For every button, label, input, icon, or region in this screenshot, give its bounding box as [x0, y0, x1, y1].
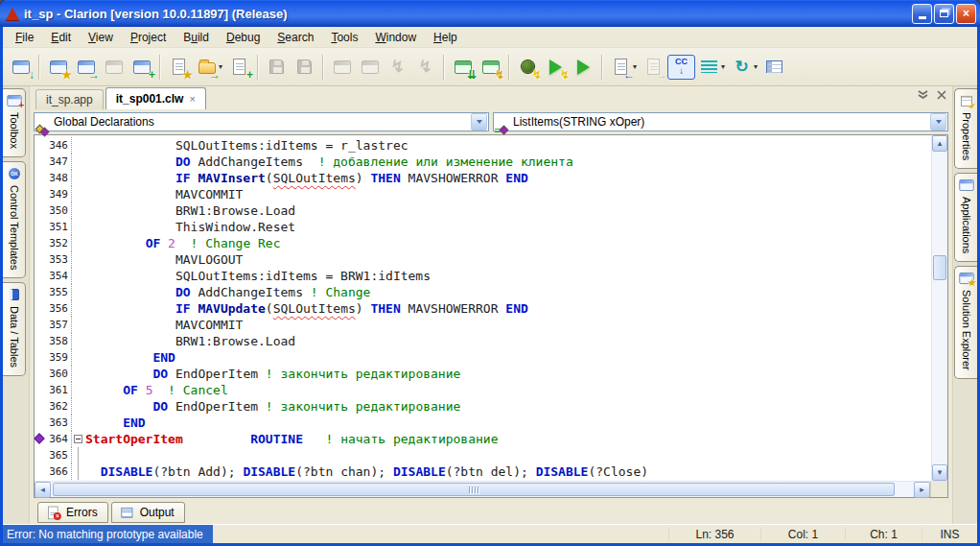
procedure-combo[interactable]: ListItems(STRING xOper) — [493, 112, 948, 131]
module-combo-dropdown-button[interactable] — [471, 113, 487, 131]
menu-file[interactable]: File — [7, 28, 42, 47]
menu-edit[interactable]: Edit — [42, 28, 80, 47]
open-application-button[interactable]: → — [72, 55, 100, 80]
editor-margin[interactable] — [35, 251, 46, 268]
fold-column[interactable] — [72, 251, 85, 268]
editor-margin[interactable] — [35, 137, 46, 154]
menu-view[interactable]: View — [80, 28, 122, 47]
sidebar-tab-toolbox[interactable]: +Toolbox — [3, 88, 26, 157]
fold-column[interactable] — [72, 366, 85, 382]
editor-margin[interactable] — [35, 235, 46, 251]
editor-margin[interactable] — [35, 300, 46, 317]
sidebar-tab-control-templates[interactable]: Control Templates — [3, 161, 26, 278]
scroll-right-button[interactable]: ▸ — [914, 482, 930, 498]
fold-column[interactable] — [72, 415, 85, 431]
tab-it_sp001-clw[interactable]: it_sp001.clw× — [105, 87, 206, 109]
fold-column[interactable] — [72, 284, 85, 300]
menu-window[interactable]: Window — [366, 28, 425, 47]
code-editor[interactable]: 346 SQLOutItems:idItems = r_lastrec347 D… — [35, 135, 947, 481]
fold-column[interactable] — [72, 382, 85, 398]
editor-margin[interactable] — [35, 415, 46, 431]
module-combo[interactable]: Global Declarations — [34, 112, 489, 131]
tab-list-chevron-icon[interactable] — [917, 90, 929, 100]
vertical-scrollbar[interactable]: ▴ ▾ — [931, 135, 947, 481]
horizontal-scrollbar[interactable]: ◂ ▸ — [35, 481, 947, 497]
editor-margin[interactable] — [35, 431, 46, 447]
editor-margin[interactable] — [35, 219, 46, 235]
fold-column[interactable] — [72, 219, 85, 235]
export-application-button[interactable]: ↓ — [7, 55, 35, 80]
fold-column[interactable] — [72, 333, 85, 349]
fold-column[interactable] — [72, 154, 85, 170]
fold-column[interactable] — [72, 202, 85, 219]
menu-tools[interactable]: Tools — [322, 28, 366, 47]
fold-column[interactable] — [72, 463, 85, 480]
fold-column[interactable] — [72, 186, 85, 202]
tab-output[interactable]: Output — [111, 502, 185, 523]
fold-column[interactable] — [72, 317, 85, 333]
scroll-left-button[interactable]: ◂ — [35, 482, 51, 498]
scroll-down-button[interactable]: ▾ — [932, 464, 947, 481]
sidebar-tab-data-tables[interactable]: Data / Tables — [3, 282, 26, 376]
minimize-button[interactable] — [912, 4, 932, 24]
dropdown-caret-icon[interactable]: ▾ — [721, 62, 725, 71]
open-file-button[interactable]: →▾ — [193, 55, 225, 80]
editor-margin[interactable] — [35, 154, 46, 170]
restore-button[interactable] — [934, 4, 954, 24]
editor-margin[interactable] — [35, 202, 46, 219]
fold-column[interactable] — [72, 170, 85, 186]
navigate-back-button[interactable]: ←▾ — [607, 55, 640, 80]
horizontal-scroll-thumb[interactable] — [53, 483, 895, 496]
generate-and-run-button[interactable]: ↯ — [477, 55, 504, 80]
menu-debug[interactable]: Debug — [218, 28, 268, 47]
sidebar-tab-properties[interactable]: Properties — [954, 88, 977, 169]
add-file-button[interactable]: + — [225, 55, 253, 80]
editor-margin[interactable] — [35, 463, 46, 480]
tab-close-icon[interactable]: × — [189, 93, 195, 105]
embed-point-marker-icon[interactable] — [35, 433, 45, 443]
generate-application-button[interactable]: ⇊ — [449, 55, 477, 80]
format-source-button[interactable]: ▾ — [695, 55, 728, 80]
editor-margin[interactable] — [35, 382, 46, 398]
menu-project[interactable]: Project — [122, 28, 175, 47]
menu-help[interactable]: Help — [425, 28, 466, 47]
run-with-debug-button[interactable]: ↯ — [542, 55, 570, 80]
procedure-combo-dropdown-button[interactable] — [930, 113, 946, 131]
editor-margin[interactable] — [35, 333, 46, 349]
editor-margin[interactable] — [35, 366, 46, 382]
editor-margin[interactable] — [35, 317, 46, 333]
close-button[interactable]: × — [956, 4, 976, 24]
editor-margin[interactable] — [35, 447, 46, 463]
editor-margin[interactable] — [35, 170, 46, 186]
debug-button[interactable]: ↯ — [514, 55, 542, 80]
synchronize-button[interactable]: ↻▾ — [728, 55, 760, 80]
fold-column[interactable] — [72, 300, 85, 317]
tab-errors[interactable]: ×Errors — [37, 502, 108, 523]
fold-column[interactable] — [72, 137, 85, 154]
editor-margin[interactable] — [35, 268, 46, 284]
menu-search[interactable]: Search — [268, 28, 322, 47]
new-file-button[interactable]: ★ — [165, 55, 193, 80]
fold-column[interactable] — [72, 447, 85, 463]
vertical-scroll-thumb[interactable] — [933, 255, 946, 280]
fold-column[interactable] — [72, 431, 85, 447]
tab-it_sp-app[interactable]: it_sp.app — [35, 89, 104, 109]
editor-margin[interactable] — [35, 349, 46, 366]
scroll-up-button[interactable]: ▴ — [932, 135, 947, 152]
structure-view-button[interactable] — [760, 55, 788, 80]
add-application-button[interactable]: + — [128, 55, 155, 80]
run-button[interactable] — [570, 55, 597, 80]
sidebar-tab-solution-explorer[interactable]: ★Solution Explorer — [954, 266, 977, 379]
fold-column[interactable] — [72, 235, 85, 251]
editor-margin[interactable] — [35, 284, 46, 300]
editor-margin[interactable] — [35, 186, 46, 202]
fold-column[interactable] — [72, 398, 85, 415]
sidebar-tab-applications[interactable]: Applications — [954, 173, 977, 262]
fold-column[interactable] — [72, 349, 85, 366]
fold-collapse-icon[interactable] — [74, 435, 82, 443]
titlebar[interactable]: it_sp - Clarion [version 10.0.11897] (Re… — [0, 0, 980, 27]
dropdown-caret-icon[interactable]: ▾ — [754, 62, 758, 71]
editor-margin[interactable] — [35, 398, 46, 415]
close-document-icon[interactable] — [937, 90, 946, 100]
new-application-button[interactable]: ★ — [44, 55, 72, 80]
